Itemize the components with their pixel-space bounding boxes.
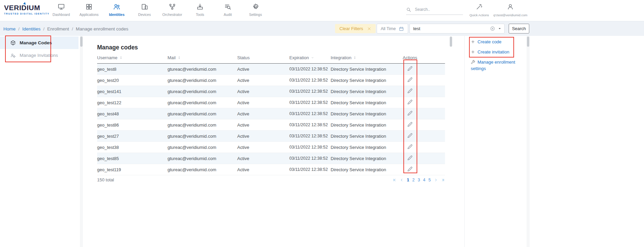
column-header-actions: Actions	[403, 55, 445, 60]
search-button[interactable]: Search	[509, 24, 529, 33]
column-label: Mail	[168, 55, 176, 60]
page-number-1[interactable]: 1	[407, 178, 409, 182]
breadcrumb-bar: Home/Identities/Enrollment/Manage enroll…	[0, 21, 644, 36]
edit-pencil-icon[interactable]	[407, 133, 413, 138]
table-row: geo_test85gtureac@veridiumid.comActive03…	[97, 153, 445, 164]
cell-mail: gtureac@veridiumid.com	[168, 111, 237, 116]
nav-item-orchestrator[interactable]: Orchestrator	[158, 0, 186, 21]
page-number-5[interactable]: 5	[428, 178, 431, 182]
edit-pencil-icon[interactable]	[407, 99, 413, 105]
main-scrollbar-thumb[interactable]	[450, 37, 452, 47]
first-page-icon[interactable]	[393, 178, 397, 182]
veridium-logo[interactable]: VERIDIUM TRUSTED DIGITAL IDENTITY	[4, 4, 49, 15]
sort-icon	[353, 56, 357, 60]
breadcrumb-separator: /	[43, 26, 45, 31]
filter-search-input[interactable]	[410, 26, 490, 31]
cell-username: geo_test8	[97, 67, 168, 72]
page-number-3[interactable]: 3	[418, 178, 420, 182]
nav-item-identities[interactable]: Identities	[103, 0, 131, 21]
column-label: Integration	[331, 55, 351, 60]
cell-expiration: 03/11/2022 12:38:52	[289, 89, 331, 94]
plus-icon	[471, 50, 475, 56]
chevron-down-icon[interactable]	[498, 27, 504, 30]
cell-actions	[403, 166, 445, 173]
prev-page-icon[interactable]	[400, 178, 404, 182]
nav-item-settings[interactable]: Settings	[242, 0, 269, 21]
column-header-username[interactable]: Username	[97, 55, 168, 60]
sort-icon	[119, 56, 123, 60]
actions-panel: Create codeCreate invitationManage enrol…	[464, 36, 530, 247]
cell-username: geo_test27	[97, 134, 168, 139]
devices-icon	[141, 3, 148, 10]
page-number-4[interactable]: 4	[423, 178, 425, 182]
cell-expiration: 03/11/2022 12:38:52	[289, 134, 331, 138]
cell-status: Active	[237, 89, 289, 94]
audit-icon	[224, 3, 231, 10]
sort-desc-icon	[311, 56, 314, 60]
search-icon	[406, 7, 411, 12]
column-label: Expiration	[289, 55, 309, 60]
table-footer: 150 total 12345	[97, 177, 445, 182]
nav-item-audit[interactable]: Audit	[214, 0, 242, 21]
edit-pencil-icon[interactable]	[407, 144, 413, 149]
codes-table: UsernameMailStatusExpirationIntegrationA…	[97, 52, 445, 175]
sidebar-item-label: Manage Codes	[20, 40, 52, 45]
quick-actions-icon	[476, 5, 483, 11]
cell-status: Active	[237, 67, 289, 72]
clear-filters-button[interactable]: Clear Filters	[335, 24, 376, 33]
cell-status: Active	[237, 122, 289, 128]
nav-item-applications[interactable]: Applications	[75, 0, 103, 21]
table-row: geo_test86gtureac@veridiumid.comActive03…	[97, 119, 445, 131]
cell-actions	[403, 66, 445, 72]
nav-item-tools[interactable]: Tools	[186, 0, 214, 21]
cell-username: geo_test85	[97, 156, 168, 161]
user-menu[interactable]: q'ctest@veridiumid.com	[491, 3, 529, 17]
time-range-filter[interactable]: All Time	[377, 24, 408, 33]
sidebar-scrollbar	[80, 36, 83, 247]
table-row: geo_test48gtureac@veridiumid.comActive03…	[97, 108, 445, 119]
page-number-2[interactable]: 2	[412, 178, 415, 182]
column-header-expiration[interactable]: Expiration	[289, 55, 331, 60]
last-page-icon[interactable]	[441, 178, 445, 182]
manage-enrollment-settings-link[interactable]: Manage enrollment settings	[471, 60, 515, 72]
nav-item-devices[interactable]: Devices	[131, 0, 158, 21]
edit-pencil-icon[interactable]	[407, 111, 413, 116]
sidebar-scrollbar-thumb[interactable]	[80, 37, 83, 47]
cell-actions	[403, 111, 445, 117]
page-scrollbar-thumb[interactable]	[527, 37, 529, 47]
cell-integration: Directory Service Integration	[331, 122, 403, 128]
sidebar-item-manage-codes[interactable]: Manage Codes	[0, 37, 79, 49]
edit-pencil-icon[interactable]	[407, 66, 413, 71]
edit-pencil-icon[interactable]	[407, 88, 413, 93]
breadcrumb-item[interactable]: Home	[3, 26, 16, 31]
edit-pencil-icon[interactable]	[407, 77, 413, 82]
cell-username: geo_test20	[97, 78, 168, 83]
cell-expiration: 03/11/2022 12:38:52	[289, 156, 331, 161]
edit-pencil-icon[interactable]	[407, 155, 413, 160]
sidebar-item-manage-invitations[interactable]: Manage Invitations	[0, 49, 79, 62]
global-search-input[interactable]	[414, 7, 457, 12]
global-search	[406, 7, 463, 15]
pagination: 12345	[393, 178, 445, 182]
cell-integration: Directory Service Integration	[331, 100, 403, 105]
create-code-link[interactable]: Create code	[471, 39, 515, 46]
breadcrumb-item[interactable]: Identities	[22, 26, 41, 31]
cell-actions	[403, 155, 445, 161]
column-header-mail[interactable]: Mail	[168, 55, 237, 60]
edit-pencil-icon[interactable]	[407, 166, 413, 172]
column-label: Username	[97, 55, 117, 60]
nav-item-dashboard[interactable]: Dashboard	[47, 0, 75, 21]
next-page-icon[interactable]	[434, 178, 438, 182]
create-invitation-link[interactable]: Create invitation	[471, 49, 515, 56]
cell-actions	[403, 144, 445, 150]
column-header-integration[interactable]: Integration	[331, 55, 403, 60]
time-range-label: All Time	[381, 26, 396, 31]
quick-actions-button[interactable]: Quick Actions	[469, 3, 489, 17]
table-row: geo_test119gtureac@veridiumid.comActive0…	[97, 164, 445, 175]
edit-pencil-icon[interactable]	[407, 122, 413, 127]
breadcrumb-item: Enrollment	[47, 26, 69, 31]
content-area: Manage CodesManage Invitations Manage co…	[0, 36, 530, 247]
close-icon[interactable]	[367, 27, 371, 31]
table-row: geo_test20gtureac@veridiumid.comActive03…	[97, 75, 445, 86]
clear-search-icon[interactable]	[490, 26, 498, 31]
